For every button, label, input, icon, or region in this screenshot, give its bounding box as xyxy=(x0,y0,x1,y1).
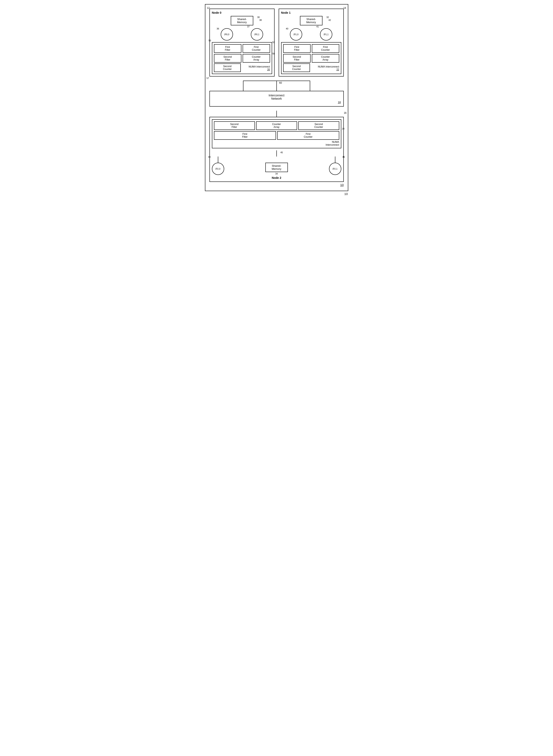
node1-numa-grid: FirstFilter FirstCounter SecondFilter Co… xyxy=(283,44,339,63)
node2-numa-label: NUMAInterconnect xyxy=(214,140,339,146)
node1-numa: FirstFilter FirstCounter SecondFilter Co… xyxy=(281,42,341,74)
node2-first-counter: FirstCounter xyxy=(277,131,339,140)
node1-ref: 14 xyxy=(343,7,346,9)
node0-second-filter: SecondFilter xyxy=(214,54,241,63)
node1-numa-label: NUMA Interconnect22 xyxy=(311,65,339,71)
node1-second-filter: SecondFilter xyxy=(283,54,311,63)
node0-numa: FirstFilter FirstCounter SecondFilter Co… xyxy=(212,42,272,74)
node0-sm-label: Shared-Memory xyxy=(237,18,247,24)
node0-box: 12 Node 0 Shared-Memory 30 38 36 P0,0 37… xyxy=(210,9,274,77)
node2-grid-row2: FirstFilter FirstCounter xyxy=(214,131,339,140)
node1-first-counter: FirstCounter xyxy=(312,44,339,53)
node0-ref50: 50 xyxy=(209,39,211,42)
node0-first-counter: FirstCounter xyxy=(243,44,270,53)
node0-sm-ref: 30 xyxy=(257,16,260,18)
node2-p20: P2,0 xyxy=(212,163,224,175)
node0-p01: P0,1 xyxy=(251,28,263,40)
interconnect-ref60: 60 xyxy=(279,81,282,84)
interconnect-num: 18 xyxy=(212,101,341,104)
node0-numa-grid: FirstFilter FirstCounter SecondFilter Co… xyxy=(214,44,270,63)
node1-sm-ref: 32 xyxy=(326,16,329,18)
node1-second-counter: SecondCounter xyxy=(283,64,310,72)
node0-title: Node 0 xyxy=(212,11,272,14)
node2-title: Node 2 xyxy=(212,176,341,179)
interconnect-label: InterconnectNetwork xyxy=(212,94,341,100)
main-diagram: 10 12 Node 0 Shared-Memory 30 38 36 P0,0 xyxy=(205,4,348,191)
node2-numa: SecondFilter CounterArray SecondCounter … xyxy=(212,119,341,148)
node1-shared-memory: Shared-Memory xyxy=(300,16,322,25)
node0-ref38: 38 xyxy=(259,19,262,21)
node2-procs-row: 44 P2,0 Shared-Memory 34 46 P2,1 xyxy=(212,157,341,175)
node2-conn-area: 45 xyxy=(212,151,341,157)
node1-processors-row: 40 P1,0 41 P1,1 xyxy=(281,28,341,40)
node0-p00: P0,0 xyxy=(221,28,233,40)
node2-grid-row1: SecondFilter CounterArray SecondCounter xyxy=(214,121,339,130)
node0-ref: 12 xyxy=(207,7,210,9)
node1-p10: P1,0 xyxy=(290,28,302,40)
node2-second-filter: SecondFilter xyxy=(214,121,255,130)
node2-box: 24 SecondFilter CounterArray SecondCount… xyxy=(210,117,344,182)
node2-p21: P2,1 xyxy=(329,163,341,175)
node2-ref45: 45 xyxy=(280,151,283,154)
node0-shared-memory: Shared-Memory xyxy=(231,16,253,25)
node2-ref46: 46 xyxy=(342,156,345,158)
node1-p11: P1,1 xyxy=(320,28,332,40)
node0-processors-row: 36 P0,0 37 P0,1 xyxy=(212,28,272,40)
node1-title: Node 1 xyxy=(281,11,341,14)
node0-ref57: 57 xyxy=(207,77,209,79)
node2-ref44: 44 xyxy=(208,156,211,158)
node1-ref41: 41 xyxy=(316,25,319,28)
interconnect-network-box: InterconnectNetwork 18 xyxy=(210,91,344,107)
node2-ref16: 16 xyxy=(344,111,346,114)
node1-first-filter: FirstFilter xyxy=(283,44,311,53)
diagram-outer-ref: 10 xyxy=(210,183,344,187)
node2-second-counter: SecondCounter xyxy=(298,121,339,130)
node2-shared-memory: Shared-Memory xyxy=(265,163,288,172)
connection-area-mid: 16 xyxy=(210,111,344,117)
node2-counter-array: CounterArray xyxy=(256,121,297,130)
node0-ref52: 52 xyxy=(272,41,275,43)
connection-area-top: 60 xyxy=(210,81,344,91)
node1-box: 14 Node 1 Shared-Memory 32 42 40 P1,0 41… xyxy=(279,9,344,77)
node0-second-counter: SecondCounter xyxy=(214,64,241,72)
node1-counter-array: CounterArray xyxy=(312,54,339,63)
node0-counter-array: CounterArray xyxy=(243,54,270,63)
node0-ref37: 37 xyxy=(247,25,250,28)
node2-ref24: 24 xyxy=(342,127,344,130)
node1-sm-label: Shared-Memory xyxy=(306,18,316,24)
node1-ref42: 42 xyxy=(328,19,331,21)
node0-first-filter: FirstFilter xyxy=(214,44,241,53)
node2-sm-ref: 34 xyxy=(275,173,278,175)
node1-ref40: 40 xyxy=(286,27,288,30)
node0-ref36: 36 xyxy=(217,27,219,30)
node0-ref56: 56 xyxy=(272,53,275,55)
top-nodes-row: 12 Node 0 Shared-Memory 30 38 36 P0,0 37… xyxy=(210,9,344,77)
node0-numa-label: NUMA Interconnect20 xyxy=(242,65,270,71)
node2-first-filter: FirstFilter xyxy=(214,131,276,140)
outer-ref: 10 xyxy=(344,192,348,195)
